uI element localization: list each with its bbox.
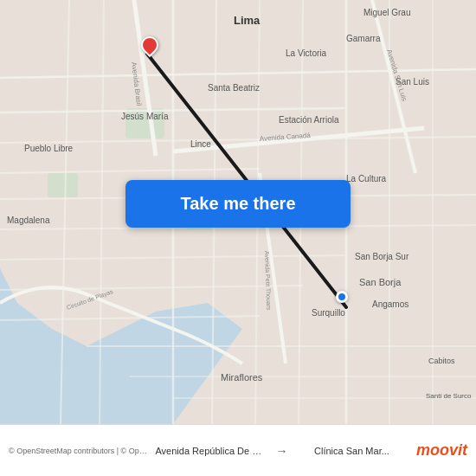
- bottom-bar: © OpenStreetMap contributors | © OpenMap…: [0, 424, 476, 476]
- destination-marker: [141, 36, 158, 54]
- svg-text:Lince: Lince: [190, 139, 211, 149]
- svg-text:Miraflores: Miraflores: [221, 372, 263, 383]
- take-me-there-button[interactable]: Take me there: [125, 180, 351, 228]
- svg-text:Gamarra: Gamarra: [346, 34, 381, 43]
- svg-text:Lima: Lima: [234, 14, 261, 27]
- svg-text:La Victoria: La Victoria: [286, 48, 327, 58]
- svg-text:Surquillo: Surquillo: [312, 308, 345, 318]
- moovit-logo: moovit: [416, 441, 467, 460]
- svg-text:Cabitos: Cabitos: [428, 357, 455, 365]
- route-to-label: Clínica San Mar...: [295, 446, 408, 456]
- svg-rect-4: [48, 173, 78, 197]
- svg-text:Jesús María: Jesús María: [121, 112, 169, 121]
- svg-text:San Borja: San Borja: [359, 277, 402, 287]
- svg-text:San Borja Sur: San Borja Sur: [355, 252, 409, 261]
- map-attribution: © OpenStreetMap contributors | © OpenMap…: [9, 447, 147, 455]
- svg-text:Miguel Grau: Miguel Grau: [363, 8, 410, 17]
- origin-marker: [336, 291, 348, 303]
- svg-text:Santi de Surco: Santi de Surco: [426, 392, 472, 400]
- route-arrow-icon: →: [271, 444, 292, 458]
- map-container: Lima La Victoria Santa Beatriz Pueblo Li…: [0, 0, 476, 424]
- svg-text:Pueblo Libre: Pueblo Libre: [24, 144, 74, 153]
- svg-text:Magdalena: Magdalena: [7, 215, 50, 225]
- route-from-label: Avenida República De Panamá, ...: [155, 446, 267, 456]
- svg-text:La Cultura: La Cultura: [346, 174, 387, 183]
- svg-text:Angamos: Angamos: [372, 299, 408, 309]
- svg-text:Santa Beatriz: Santa Beatriz: [208, 83, 260, 93]
- svg-text:Estación Arriola: Estación Arriola: [279, 115, 339, 125]
